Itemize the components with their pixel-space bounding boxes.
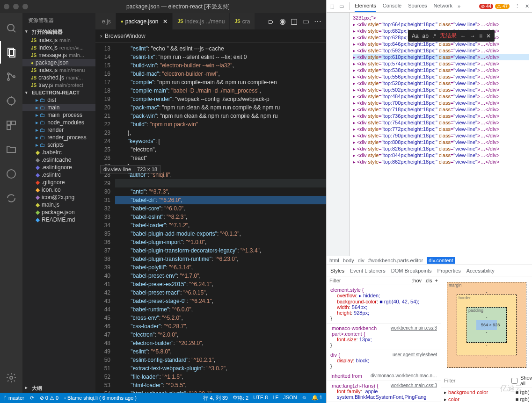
open-editor-item[interactable]: JSindex.js main [22, 36, 95, 44]
open-editor-item[interactable]: JStray.js main/protect [22, 81, 95, 89]
file-item[interactable]: ◆.gitignore [22, 179, 95, 186]
code-line[interactable]: "css-loader": "^0.28.7", [115, 322, 326, 331]
dom-node[interactable]: ▸ <div style="top:592px;height:18px;" cl… [353, 47, 529, 54]
file-item[interactable]: ◆.eslintrc [22, 171, 95, 179]
code-line[interactable]: "react" [115, 154, 326, 162]
devtools-tab[interactable]: Sources [408, 0, 427, 12]
file-item[interactable]: ◆.babelrc [22, 149, 95, 156]
dom-node[interactable]: ▸ <div style="top:484px;height:18px;" cl… [353, 93, 529, 100]
code-line[interactable]: "eslint": "echo '' && eslint ---js --cac… [115, 44, 326, 53]
code-line[interactable]: "html-loader": "^0.5.5", [115, 381, 326, 389]
code-line[interactable]: "cross-env": "^5.2.0", [115, 314, 326, 322]
dom-node[interactable]: ▸ <div style="top:664px;height:18px;" cl… [353, 21, 529, 28]
language-status[interactable]: JSON [283, 395, 297, 402]
code-line[interactable]: "build-win": "electron-builder --win --i… [115, 61, 326, 70]
dom-node[interactable]: ▸ <div style="top:646px;height:18px;" cl… [353, 41, 529, 47]
devtools-menu-icon[interactable]: ⋮ [515, 3, 520, 9]
device-icon[interactable]: ▭ [339, 3, 344, 9]
code-line[interactable]: "babel-runtime": "^6.0.0", [115, 305, 326, 314]
folder-item[interactable]: ▸ 🗀render [22, 126, 95, 134]
code-line[interactable]: "babel-preset-stage-0": "^6.24.1", [115, 297, 326, 305]
rule-source-link[interactable]: user agent stylesheet [393, 352, 437, 357]
dom-node[interactable]: ▸ <div style="top:790px;height:18px;" cl… [353, 132, 529, 139]
code-line[interactable]: "compile-render": "webpack --config ./sc… [115, 95, 326, 103]
split-icon[interactable]: ◫ [291, 17, 298, 26]
breadcrumb-item[interactable]: BrowserWindow [105, 33, 146, 39]
open-editor-item[interactable]: JSindex.js main/menu [22, 66, 95, 74]
show-all-checkbox[interactable] [511, 378, 517, 384]
styles-subtab[interactable]: Styles [330, 268, 344, 273]
file-item[interactable]: ◆.eslintignore [22, 164, 95, 171]
code-content[interactable]: "eslint": "echo '' && eslint ---js --cac… [115, 43, 326, 393]
code-line[interactable]: "babel-preset-react": "^6.0.15", [115, 288, 326, 297]
code-line[interactable]: "babel-preset-env": "^1.7.0", [115, 272, 326, 280]
code-line[interactable]: "compile": "npm run compile-main && npm … [115, 78, 326, 86]
breadcrumb-item[interactable]: #workbench.parts.editor [368, 258, 423, 263]
cursor-position[interactable]: 行 4, 列 39 [203, 395, 228, 402]
dom-node[interactable]: ▸ <div style="top:826px;height:18px;" cl… [353, 145, 529, 152]
devtools-tab[interactable]: Elements [355, 0, 376, 12]
add-rule-icon[interactable]: + [435, 278, 438, 283]
code-line[interactable]: "eslint": "^5.8.0", [115, 347, 326, 356]
code-line[interactable]: "eslint-fix": "npm run --silent eslint -… [115, 53, 326, 61]
file-item[interactable]: ◆.eslintcache [22, 156, 95, 164]
code-line[interactable] [115, 179, 326, 187]
code-line[interactable]: "electron": "^2.0.0", [115, 331, 326, 339]
styles-subtab[interactable]: Accessibility [466, 268, 495, 273]
dom-node[interactable]: ▸ <div style="top:700px;height:18px;" cl… [353, 100, 529, 106]
editor-tab[interactable]: JScra [230, 13, 255, 29]
breadcrumb-item[interactable]: div.content [427, 257, 455, 264]
devtools-close-icon[interactable]: ✕ [525, 3, 529, 9]
devtools-tab[interactable]: Console [383, 0, 401, 12]
close-tab-icon[interactable]: ✕ [163, 18, 168, 25]
notification-icon[interactable]: 🔔 1 [312, 395, 322, 402]
extensions-icon[interactable] [0, 114, 22, 137]
code-line[interactable]: "babel-plugin-add-module-exports": "^0.1… [115, 230, 326, 238]
computed-property[interactable]: ▸ color■ rgb( [444, 396, 529, 403]
code-line[interactable]: "html-webpack-plugin": "^2.30.1", [115, 389, 326, 393]
code-line[interactable]: "electron", [115, 145, 326, 154]
devtools-tab[interactable]: Network [434, 0, 452, 12]
inspect-icon[interactable]: ⬚ [329, 3, 334, 9]
sync-status[interactable]: ⟳ [30, 395, 34, 401]
cls-toggle[interactable]: .cls [424, 278, 432, 283]
file-item[interactable]: ◆README.md [22, 216, 95, 223]
styles-subtab[interactable]: DOM Breakpoints [391, 268, 432, 273]
more-icon[interactable]: ⋯ [314, 17, 321, 26]
code-line[interactable]: "pack-mac": "npm run clean && npm run co… [115, 103, 326, 112]
folder-item[interactable]: ▸ 🗀render_process [22, 134, 95, 141]
minimize-window-icon[interactable] [13, 4, 19, 9]
folder-item[interactable]: ▸ 🗀main_process [22, 111, 95, 119]
code-line[interactable]: "babel-polyfill": "^6.3.14", [115, 263, 326, 272]
code-line[interactable]: "build": "npm run pack-win" [115, 120, 326, 129]
code-line[interactable]: "antd": "^3.7.3", [115, 187, 326, 196]
code-line[interactable]: "babel-core": "^6.0.0", [115, 204, 326, 213]
file-item[interactable]: ◆icon.ico [22, 186, 95, 194]
more-tabs-icon[interactable]: » [458, 3, 460, 9]
gear-icon[interactable] [0, 367, 22, 389]
code-area[interactable]: 1314151617181920212223242526272829303132… [95, 43, 326, 393]
branch-indicator[interactable]: ᚶ master [4, 395, 24, 401]
code-line[interactable]: "babel-loader": "^7.1.2", [115, 221, 326, 230]
dom-node[interactable]: ▸ <div style="top:772px;height:18px;" cl… [353, 126, 529, 132]
search-icon[interactable] [0, 17, 22, 39]
rule-source-link[interactable]: workbench.main.css:3 [391, 325, 437, 331]
css-rule[interactable]: workbench.main.css:3.monaco-workbench .p… [327, 324, 441, 350]
code-line[interactable]: "pack-win": "npm run clean && npm run co… [115, 112, 326, 120]
database-icon[interactable] [0, 163, 22, 185]
file-item[interactable]: ◆icon@2x.png [22, 194, 95, 201]
dom-node[interactable]: ▸ <div style="top:844px;height:18px;" cl… [353, 152, 529, 158]
code-line[interactable]: "eslint-config-standard": "^10.2.1", [115, 356, 326, 364]
dom-node[interactable]: ▸ <div style="top:808px;height:18px;" cl… [353, 139, 529, 145]
folder-item[interactable]: ▸ 🗀scripts [22, 141, 95, 149]
code-line[interactable]: "compile-main": "babel -D ./main -d ./ma… [115, 86, 326, 95]
folder-item[interactable]: ▸ 🗀main [22, 104, 95, 111]
hov-toggle[interactable]: :hov [412, 278, 422, 283]
code-line[interactable]: }, [115, 129, 326, 137]
code-line[interactable]: "extract-text-webpack-plugin": "^3.0.2", [115, 364, 326, 373]
dom-node[interactable]: ▸ <div style="top:502px;height:18px;" cl… [353, 86, 529, 93]
editor-tab[interactable]: e.js [95, 13, 116, 29]
code-line[interactable]: "file-loader": "^1.1.5", [115, 373, 326, 381]
code-line[interactable]: "babel-plugin-transform-decorators-legac… [115, 246, 326, 255]
folder-icon[interactable] [0, 138, 22, 161]
